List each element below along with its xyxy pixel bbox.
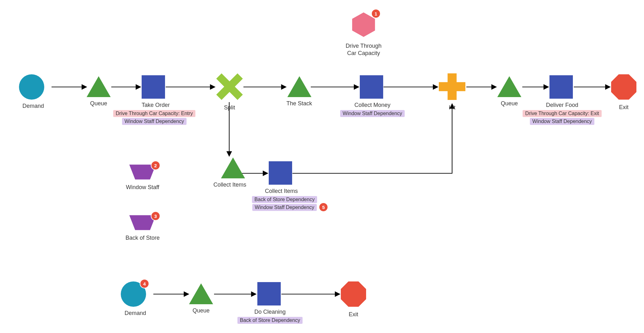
badge-1: 1 — [372, 9, 380, 18]
svg-marker-19 — [611, 74, 636, 100]
badge-2: 2 — [151, 161, 160, 170]
node-queue-3[interactable]: Queue — [189, 283, 213, 314]
node-label: Collect Items — [261, 188, 302, 194]
svg-marker-17 — [216, 73, 243, 100]
badge-5: 5 — [319, 203, 328, 211]
svg-marker-18 — [439, 73, 465, 100]
node-the-stack[interactable]: The Stack — [286, 76, 312, 107]
node-queue-2[interactable]: Queue — [497, 76, 521, 107]
node-split[interactable]: Split — [216, 73, 243, 111]
node-label: Kit — [439, 104, 465, 111]
node-exit[interactable]: Exit — [611, 74, 636, 111]
svg-marker-14 — [352, 12, 375, 37]
square-icon — [269, 161, 292, 185]
dependency-tag: Drive Through Car Capacity: Exit — [523, 110, 602, 117]
octagon-icon — [611, 74, 636, 100]
resource-back-of-store[interactable]: 3 Back of Store — [122, 215, 163, 241]
square-icon — [257, 282, 281, 305]
node-label: Collect Items — [211, 182, 249, 188]
resource-car-capacity[interactable]: 1 Drive Through Car Capacity — [341, 11, 386, 57]
badge-3: 3 — [151, 212, 160, 220]
svg-marker-20 — [341, 281, 366, 307]
resource-label: Drive Through Car Capacity — [341, 42, 386, 57]
node-label: Take Order — [142, 102, 165, 108]
node-label: Exit — [341, 311, 366, 318]
node-label: Demand — [22, 103, 44, 109]
square-icon — [549, 75, 573, 99]
node-do-cleaning[interactable]: Do Cleaning Back of Store Dependency — [257, 282, 281, 324]
node-collect-money[interactable]: Collect Money Window Staff Dependency — [360, 75, 383, 117]
node-collect-items-queue[interactable]: Collect Items — [217, 157, 249, 188]
node-label: Demand — [125, 310, 146, 317]
node-label: Do Cleaning — [249, 309, 291, 315]
triangle-icon — [87, 76, 111, 97]
badge-4: 4 — [140, 280, 149, 288]
dependency-tag: Window Staff Dependency — [340, 110, 405, 117]
node-label: Split — [216, 104, 243, 111]
triangle-icon — [287, 76, 311, 97]
triangle-icon — [189, 283, 213, 304]
x-split-icon — [216, 73, 243, 100]
node-label: Collect Money — [350, 102, 395, 108]
triangle-icon — [497, 76, 521, 97]
node-label: Queue — [87, 100, 111, 107]
node-take-order[interactable]: Take Order Drive Through Car Capacity: E… — [142, 75, 165, 125]
diagram-canvas: 1 Drive Through Car Capacity 2 Window St… — [0, 0, 644, 333]
node-label: Queue — [497, 100, 521, 107]
node-kit[interactable]: Kit — [439, 73, 465, 111]
circle-icon — [19, 74, 44, 100]
node-label: Exit — [611, 104, 636, 111]
node-label: The Stack — [286, 100, 312, 107]
dependency-tag: Window Staff Dependency — [530, 118, 594, 125]
node-collect-items-activity[interactable]: Collect Items Back of Store Dependency W… — [269, 161, 292, 211]
dependency-tag: Back of Store Dependency — [252, 196, 317, 203]
triangle-icon — [221, 157, 245, 178]
node-exit-2[interactable]: Exit — [341, 281, 366, 318]
arrows-layer — [0, 0, 644, 333]
plus-icon — [439, 73, 465, 100]
node-label: Queue — [189, 307, 213, 314]
dependency-tag: Window Staff Dependency — [122, 118, 187, 125]
square-icon — [142, 75, 165, 99]
node-label: Deliver Food — [542, 102, 583, 108]
node-queue-1[interactable]: Queue — [87, 76, 111, 107]
square-icon — [360, 75, 383, 99]
node-demand[interactable]: Demand — [19, 74, 44, 109]
node-demand-2[interactable]: 4 Demand — [121, 281, 146, 317]
octagon-icon — [341, 281, 366, 307]
resource-label: Back of Store — [122, 235, 163, 241]
node-deliver-food[interactable]: Deliver Food Drive Through Car Capacity:… — [549, 75, 573, 125]
resource-window-staff[interactable]: 2 Window Staff — [122, 164, 163, 191]
dependency-tag: Drive Through Car Capacity: Entry — [113, 110, 195, 117]
dependency-tag: Window Staff Dependency 5 — [252, 204, 317, 211]
resource-label: Window Staff — [122, 184, 163, 191]
dependency-tag: Back of Store Dependency — [237, 317, 303, 324]
